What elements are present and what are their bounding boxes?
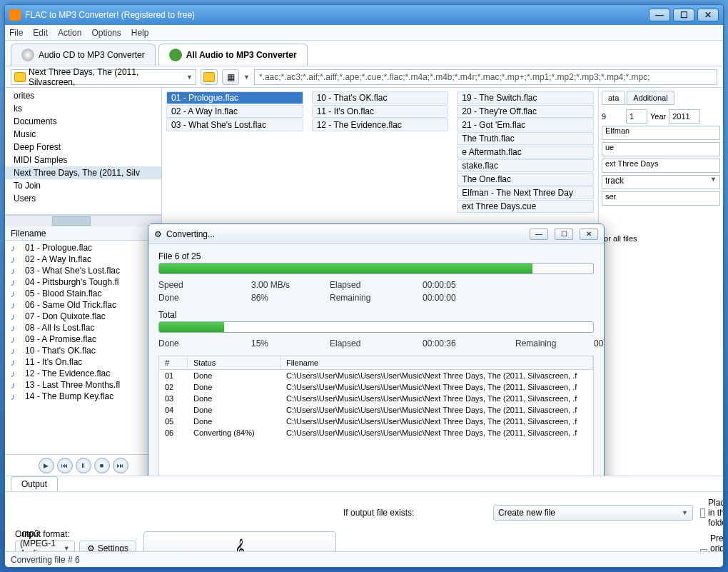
file-row[interactable]: 12 - The Evidence.flac xyxy=(5,368,161,379)
output-panel: If output file exists: Create new file▼ … xyxy=(5,491,723,551)
tab-output[interactable]: Output xyxy=(11,476,58,491)
menu-help[interactable]: Help xyxy=(131,28,149,38)
file-row[interactable]: 02 - A Way In.flac xyxy=(5,254,161,265)
play-button[interactable]: ▶ xyxy=(39,458,54,473)
title-input[interactable]: ext Three Days xyxy=(602,159,720,173)
note-icon xyxy=(11,300,21,310)
exists-label: If output file exists: xyxy=(343,508,486,518)
grid-cell[interactable]: 20 - They're Off.flac xyxy=(457,105,594,118)
close-button[interactable]: ✕ xyxy=(697,9,719,21)
favorite-item[interactable]: Next Three Days, The (2011, Silv xyxy=(5,166,161,179)
col-num[interactable]: # xyxy=(159,356,188,369)
up-folder-button[interactable] xyxy=(201,69,218,85)
grid-cell[interactable]: 11 - It's On.flac xyxy=(312,105,449,118)
grid-cell[interactable]: stake.flac xyxy=(457,159,594,172)
window-title: FLAC to MP3 Converter! (Registered to fr… xyxy=(25,10,195,20)
comment-input[interactable]: ser xyxy=(602,191,720,206)
favorite-item[interactable]: orites xyxy=(5,89,161,102)
file-row[interactable]: 05 - Blood Stain.flac xyxy=(5,288,161,299)
speed-label: Speed xyxy=(158,280,237,290)
file-row[interactable]: 01 - Prologue.flac xyxy=(5,242,161,254)
grid-cell[interactable]: e Aftermath.flac xyxy=(457,146,594,159)
file-row[interactable]: 03 - What She's Lost.flac xyxy=(5,265,161,276)
dialog-close[interactable]: ✕ xyxy=(580,229,598,240)
file-row[interactable]: 04 - Pittsburgh's Tough.fl xyxy=(5,276,161,288)
track-input[interactable] xyxy=(626,109,647,124)
year-input[interactable] xyxy=(669,109,700,124)
bottom-tabs: Output xyxy=(5,476,723,491)
note-icon xyxy=(11,254,21,264)
grid-cell[interactable]: 03 - What She's Lost.flac xyxy=(166,119,303,131)
file-row[interactable]: 11 - It's On.flac xyxy=(5,356,161,368)
log-row[interactable]: 01DoneC:\Users\User\Music\Users\User\Mus… xyxy=(159,370,593,381)
col-filename[interactable]: Filename xyxy=(280,356,593,369)
metadata-panel: ata Additional 9Year Elfman ue ext Three… xyxy=(598,88,723,476)
tab-allaudio[interactable]: All Audio to MP3 Converter xyxy=(158,44,308,66)
file-row[interactable]: 08 - All Is Lost.flac xyxy=(5,322,161,333)
filter-input[interactable]: *.aac;*.ac3;*.aif;*.aiff;*.ape;*.cue;*.f… xyxy=(254,69,717,85)
file-row[interactable]: 09 - A Promise.flac xyxy=(5,333,161,345)
tab-additional[interactable]: Additional xyxy=(627,91,674,105)
grid-cell[interactable]: 12 - The Evidence.flac xyxy=(312,119,449,131)
elapsed-label: Elapsed xyxy=(330,280,408,290)
maximize-button[interactable]: ☐ xyxy=(673,9,694,21)
grid-cell[interactable]: 21 - Got 'Em.flac xyxy=(457,119,594,131)
favorite-item[interactable]: ks xyxy=(5,102,161,115)
dialog-maximize[interactable]: ☐ xyxy=(555,229,573,240)
file-row[interactable]: 13 - Last Three Months.fl xyxy=(5,379,161,391)
log-row[interactable]: 04DoneC:\Users\User\Music\Users\User\Mus… xyxy=(159,404,593,416)
dialog-minimize[interactable]: — xyxy=(530,229,548,240)
file-list[interactable]: 01 - Prologue.flac02 - A Way In.flac03 -… xyxy=(5,241,161,454)
view-button[interactable]: ▦ xyxy=(222,69,239,85)
log-row[interactable]: 02DoneC:\Users\User\Music\Users\User\Mus… xyxy=(159,381,593,393)
log-row[interactable]: 05DoneC:\Users\User\Music\Users\User\Mus… xyxy=(159,416,593,427)
favorite-item[interactable]: MIDI Samples xyxy=(5,154,161,166)
artist-input[interactable]: Elfman xyxy=(602,126,720,140)
file-row[interactable]: 10 - That's OK.flac xyxy=(5,345,161,356)
pause-button[interactable]: ⏸ xyxy=(76,458,91,473)
titlebar[interactable]: FLAC to MP3 Converter! (Registered to fr… xyxy=(5,5,723,25)
tab-audiocd[interactable]: Audio CD to MP3 Converter xyxy=(11,44,156,66)
file-row[interactable]: 06 - Same Old Trick.flac xyxy=(5,299,161,311)
grid-cell[interactable]: 02 - A Way In.flac xyxy=(166,105,303,118)
note-icon xyxy=(11,323,21,333)
file-header[interactable]: Filename xyxy=(5,226,161,241)
log-row[interactable]: 03DoneC:\Users\User\Music\Users\User\Mus… xyxy=(159,393,593,404)
favorite-item[interactable]: To Join xyxy=(5,179,161,192)
col-status[interactable]: Status xyxy=(188,356,280,369)
favorite-item[interactable]: Users xyxy=(5,192,161,205)
exists-combo[interactable]: Create new file▼ xyxy=(493,505,693,521)
log-row[interactable]: 06Converting (84%)C:\Users\User\Music\Us… xyxy=(159,427,593,438)
grid-cell[interactable]: 01 - Prologue.flac xyxy=(166,91,303,104)
cb-sameplace[interactable] xyxy=(700,508,705,518)
favorites-list[interactable]: oritesksDocumentsMusicDeep ForestMIDI Sa… xyxy=(5,88,161,215)
grid-cell[interactable]: ext Three Days.cue xyxy=(457,200,594,213)
menu-options[interactable]: Options xyxy=(91,28,121,38)
chevron-down-icon[interactable]: ▼ xyxy=(243,74,250,81)
stop-button[interactable]: ■ xyxy=(94,458,110,473)
grid-cell[interactable]: Elfman - The Next Three Day xyxy=(457,186,594,199)
favorite-item[interactable]: Documents xyxy=(5,115,161,128)
tab-metadata[interactable]: ata xyxy=(602,91,625,105)
next-button[interactable]: ⏭ xyxy=(113,458,128,473)
dialog-titlebar[interactable]: ⚙ Converting... — ☐ ✕ xyxy=(148,224,604,244)
menu-action[interactable]: Action xyxy=(58,28,81,38)
prev-button[interactable]: ⏮ xyxy=(57,458,73,473)
grid-cell[interactable]: The One.flac xyxy=(457,173,594,186)
grid-cell[interactable]: The Truth.flac xyxy=(457,132,594,145)
grid-cell[interactable]: 10 - That's OK.flac xyxy=(312,91,449,104)
favorite-item[interactable]: Music xyxy=(5,128,161,141)
favorites-hscroll[interactable] xyxy=(5,215,161,226)
album-input[interactable]: ue xyxy=(602,142,720,156)
favorite-item[interactable]: Deep Forest xyxy=(5,141,161,154)
menu-edit[interactable]: Edit xyxy=(33,28,48,38)
genre-combo[interactable]: track▼ xyxy=(602,175,720,189)
path-combo[interactable]: Next Three Days, The (2011, Silvascreen,… xyxy=(11,69,196,85)
note-icon xyxy=(11,334,21,344)
file-progress-bar xyxy=(158,263,594,274)
file-row[interactable]: 14 - The Bump Key.flac xyxy=(5,391,161,402)
file-row[interactable]: 07 - Don Quixote.flac xyxy=(5,311,161,322)
minimize-button[interactable]: — xyxy=(649,9,670,21)
grid-cell[interactable]: 19 - The Switch.flac xyxy=(457,91,594,104)
menu-file[interactable]: File xyxy=(9,28,23,38)
